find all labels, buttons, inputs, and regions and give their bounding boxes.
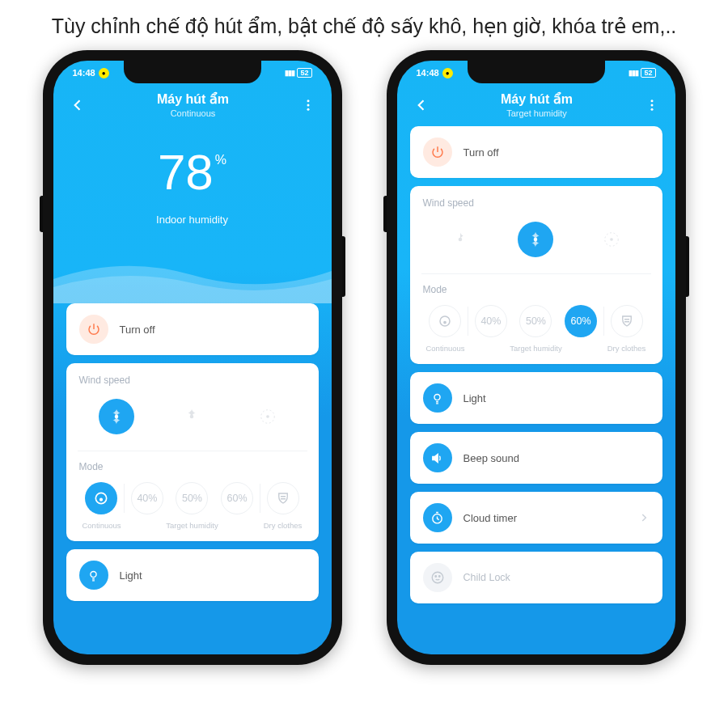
svg-point-11 xyxy=(650,104,653,106)
sound-icon xyxy=(423,443,452,472)
light-button[interactable]: Light xyxy=(410,372,662,424)
wind-speed-mid[interactable] xyxy=(174,399,210,434)
power-icon xyxy=(423,138,452,167)
svg-point-8 xyxy=(100,498,103,501)
svg-point-14 xyxy=(534,238,538,242)
wind-speed-low[interactable] xyxy=(99,399,134,434)
page-subtitle: Continuous xyxy=(86,108,301,118)
svg-point-18 xyxy=(444,321,446,323)
mode-title: Mode xyxy=(79,461,306,472)
back-button[interactable] xyxy=(413,97,430,113)
mode-continuous-label: Continuous xyxy=(79,521,125,530)
mode-continuous-label: Continuous xyxy=(423,344,468,353)
svg-point-16 xyxy=(610,238,613,241)
mode-title: Mode xyxy=(423,284,650,295)
child-lock-icon xyxy=(423,563,452,592)
mode-40pct[interactable]: 40% xyxy=(125,482,170,514)
svg-point-6 xyxy=(266,415,269,418)
humidity-value: 78 xyxy=(158,147,214,197)
turn-off-label: Turn off xyxy=(120,324,155,336)
wind-speed-mid[interactable] xyxy=(518,222,553,257)
power-icon xyxy=(79,315,108,344)
turn-off-button[interactable]: Turn off xyxy=(410,126,662,178)
svg-point-19 xyxy=(434,394,440,400)
signal-icon: ▮▮▮ xyxy=(285,69,294,77)
light-button[interactable]: Light xyxy=(66,549,319,601)
app-bar: Máy hút ẩm Continuous xyxy=(53,83,332,121)
mode-continuous[interactable] xyxy=(423,305,468,337)
more-button[interactable] xyxy=(645,98,659,112)
svg-point-22 xyxy=(435,576,437,578)
cloud-timer-label: Cloud timer xyxy=(463,512,517,524)
svg-point-1 xyxy=(307,104,309,106)
notch xyxy=(124,61,261,83)
wind-speed-title: Wind speed xyxy=(79,375,306,386)
wind-speed-title: Wind speed xyxy=(423,197,650,209)
svg-point-21 xyxy=(432,572,443,583)
mode-40pct[interactable]: 40% xyxy=(468,305,514,337)
mode-60pct[interactable]: 60% xyxy=(558,305,603,337)
notch xyxy=(468,61,605,83)
chevron-right-icon xyxy=(638,512,650,523)
app-bar: Máy hút ẩm Target humidity xyxy=(397,83,675,121)
svg-point-12 xyxy=(650,108,653,110)
humidity-label: Indoor humidity xyxy=(53,214,332,226)
page-title: Máy hút ẩm xyxy=(86,91,301,107)
controls-card: Wind speed Mode 40% 50% 60% Continuous T… xyxy=(66,363,319,541)
page-heading: Tùy chỉnh chế độ hút ẩm, bật chế độ sấy … xyxy=(0,0,728,50)
status-badge-icon: ● xyxy=(442,68,453,78)
light-label: Light xyxy=(463,392,486,404)
child-lock-button[interactable]: Child Lock xyxy=(410,552,662,603)
turn-off-label: Turn off xyxy=(463,146,499,159)
mode-dry-clothes[interactable] xyxy=(604,305,650,337)
svg-point-0 xyxy=(307,99,309,102)
light-label: Light xyxy=(120,569,142,582)
more-button[interactable] xyxy=(301,98,315,112)
page-title: Máy hút ẩm xyxy=(430,91,645,107)
mode-target-label: Target humidity xyxy=(125,521,260,530)
mode-50pct[interactable]: 50% xyxy=(514,305,559,337)
cloud-timer-button[interactable]: Cloud timer xyxy=(410,492,662,544)
svg-point-9 xyxy=(91,571,96,577)
page-subtitle: Target humidity xyxy=(430,108,645,118)
svg-point-23 xyxy=(438,576,440,578)
mode-continuous[interactable] xyxy=(79,482,125,514)
phone-right: 14:48● ▮▮▮52 Máy hút ẩm Target humidity … xyxy=(387,50,686,665)
mode-dry-label: Dry clothes xyxy=(604,344,650,353)
mode-50pct[interactable]: 50% xyxy=(170,482,215,514)
light-icon xyxy=(79,561,108,590)
light-icon xyxy=(423,383,452,413)
status-badge-icon: ● xyxy=(99,68,109,78)
battery-icon: 52 xyxy=(297,68,311,78)
humidity-hero: 78% Indoor humidity xyxy=(53,121,332,247)
turn-off-button[interactable]: Turn off xyxy=(66,303,319,355)
back-button[interactable] xyxy=(70,97,86,113)
wind-speed-high[interactable] xyxy=(594,222,629,257)
timer-icon xyxy=(423,503,452,532)
mode-60pct[interactable]: 60% xyxy=(214,482,260,514)
svg-point-3 xyxy=(115,415,119,419)
wave-decoration xyxy=(53,247,332,303)
wind-speed-low[interactable] xyxy=(442,222,478,257)
controls-card: Wind speed Mode 40% 50% 60% Continuous T… xyxy=(410,186,662,364)
svg-point-10 xyxy=(650,99,653,102)
battery-icon: 52 xyxy=(641,68,655,78)
phone-left: 14:48● ▮▮▮52 Máy hút ẩm Continuous 78% I… xyxy=(43,50,342,665)
beep-label: Beep sound xyxy=(463,452,519,464)
signal-icon: ▮▮▮ xyxy=(629,69,638,77)
wind-speed-high[interactable] xyxy=(250,399,286,434)
mode-target-label: Target humidity xyxy=(468,344,604,353)
beep-button[interactable]: Beep sound xyxy=(410,432,662,484)
status-time: 14:48 xyxy=(73,68,95,78)
child-lock-label: Child Lock xyxy=(463,572,510,583)
humidity-unit: % xyxy=(215,154,226,167)
svg-point-2 xyxy=(307,108,309,110)
mode-dry-clothes[interactable] xyxy=(260,482,306,514)
status-time: 14:48 xyxy=(417,68,439,78)
mode-dry-label: Dry clothes xyxy=(260,521,306,530)
